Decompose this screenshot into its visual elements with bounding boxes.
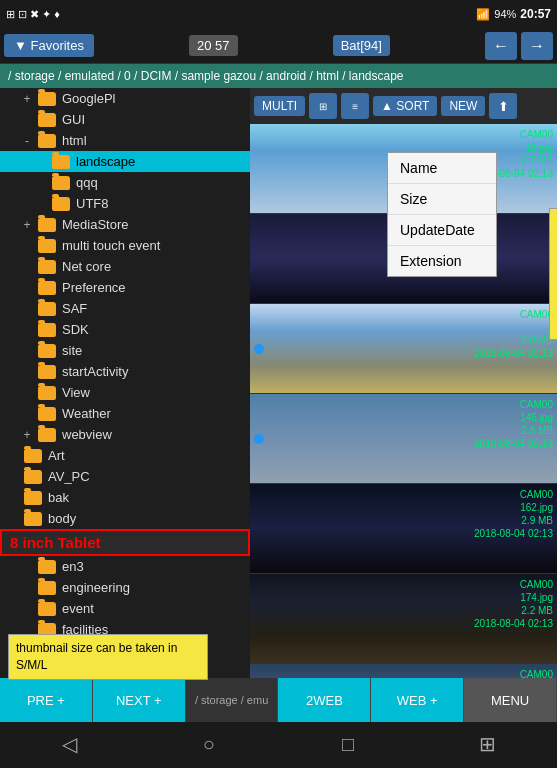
sort-option[interactable]: Name (388, 153, 496, 184)
2web-button[interactable]: 2WEB (278, 678, 371, 722)
tree-item-label: UTF8 (76, 196, 109, 211)
nav-left-button[interactable]: ← (485, 32, 517, 60)
tree-item[interactable]: +MediaStore (0, 214, 250, 235)
back-button[interactable]: ◁ (48, 722, 92, 766)
image-item[interactable]: CAM00162.jpg2.9 MB2018-08-04 02:13 (250, 484, 557, 574)
tree-item-label: SAF (62, 301, 87, 316)
tree-item[interactable]: Preference (0, 277, 250, 298)
folder-icon (38, 560, 56, 574)
image-item[interactable]: CAM00..3.0 MB2018-08-04 02:13 (250, 304, 557, 394)
tree-item[interactable]: bak (0, 487, 250, 508)
tree-item[interactable]: Weather (0, 403, 250, 424)
tree-item-label: site (62, 343, 82, 358)
bottom-nav: PRE + NEXT + / storage / emu 2WEB WEB + … (0, 678, 557, 722)
folder-icon (52, 155, 70, 169)
tree-item-label: engineering (62, 580, 130, 595)
battery-text: 94% (494, 8, 516, 20)
tree-item-label: html (62, 133, 87, 148)
tree-item[interactable]: 8 inch Tablet (0, 529, 250, 556)
nav-right-button[interactable]: → (521, 32, 553, 60)
tree-item[interactable]: GUI (0, 109, 250, 130)
tree-item-label: event (62, 601, 94, 616)
image-label: CAM00181.jpg2.8 MB2018-08-04 02:13 (474, 668, 553, 678)
next-button[interactable]: NEXT + (93, 678, 186, 722)
tree-item[interactable]: multi touch event (0, 235, 250, 256)
folder-icon (38, 281, 56, 295)
menu-button[interactable]: MENU (464, 678, 557, 722)
tree-item[interactable]: View (0, 382, 250, 403)
image-item[interactable]: CAM00181.jpg2.8 MB2018-08-04 02:13 (250, 664, 557, 678)
tree-item[interactable]: +GooglePl (0, 88, 250, 109)
expand-icon[interactable]: + (20, 92, 34, 106)
toolbar: ▼ Favorites 20 57 Bat[94] ← → (0, 28, 557, 64)
tree-item-label: AV_PC (48, 469, 90, 484)
image-item[interactable]: CAM00146.jpg2.8 MB2018-08-04 02:13 (250, 394, 557, 484)
tree-item[interactable]: +webview (0, 424, 250, 445)
folder-icon (38, 323, 56, 337)
folder-icon (38, 302, 56, 316)
tree-item[interactable]: AV_PC (0, 466, 250, 487)
image-label: CAM00..3.0 MB2018-08-04 02:13 (474, 308, 553, 360)
image-dot (254, 434, 264, 444)
nav-arrows: ← → (485, 32, 553, 60)
status-bar: ⊞ ⊡ ✖ ✦ ♦ 📶 94% 20:57 (0, 0, 557, 28)
image-item[interactable]: CAM00174.jpg2.2 MB2018-08-04 02:13 (250, 574, 557, 664)
tree-item[interactable]: Art (0, 445, 250, 466)
expand-icon[interactable]: + (20, 428, 34, 442)
sort-option[interactable]: Size (388, 184, 496, 215)
upload-button[interactable]: ⬆ (489, 93, 517, 119)
tree-item-label: Weather (62, 406, 111, 421)
folder-icon (52, 176, 70, 190)
tree-item[interactable]: landscape (0, 151, 250, 172)
tree-item-label: MediaStore (62, 217, 128, 232)
tree-item[interactable]: en3 (0, 556, 250, 577)
tree-item-label: 8 inch Tablet (10, 534, 101, 551)
tree-item-label: startActivity (62, 364, 128, 379)
count-badge: 20 57 (189, 35, 238, 56)
sort-option[interactable]: UpdateDate (388, 215, 496, 246)
file-tree[interactable]: +GooglePlGUI-htmllandscapeqqqUTF8+MediaS… (0, 88, 250, 678)
new-button[interactable]: NEW (441, 96, 485, 116)
folder-icon (38, 428, 56, 442)
tree-item-label: Art (48, 448, 65, 463)
folder-icon (38, 260, 56, 274)
tree-item[interactable]: event (0, 598, 250, 619)
home-button[interactable]: ○ (187, 722, 231, 766)
tree-item[interactable]: SAF (0, 298, 250, 319)
folder-icon (24, 449, 42, 463)
tree-item[interactable]: engineering (0, 577, 250, 598)
tree-item[interactable]: UTF8 (0, 193, 250, 214)
battery-badge: Bat[94] (333, 35, 390, 56)
web-button[interactable]: WEB + (371, 678, 464, 722)
list-view-button[interactable]: ≡ (341, 93, 369, 119)
grid-view-button[interactable]: ⊞ (309, 93, 337, 119)
favorites-button[interactable]: ▼ Favorites (4, 34, 94, 57)
pre-button[interactable]: PRE + (0, 678, 93, 722)
folder-icon (24, 512, 42, 526)
signal-icon: 📶 (476, 8, 490, 21)
multi-button[interactable]: MULTI (254, 96, 305, 116)
tree-item[interactable]: -html (0, 130, 250, 151)
thumbnail-tooltip-text: thumbnail size can be taken in S/M/L (16, 641, 177, 672)
folder-icon (38, 239, 56, 253)
tree-item[interactable]: SDK (0, 319, 250, 340)
expand-icon[interactable]: - (20, 134, 34, 148)
status-right: 📶 94% 20:57 (476, 7, 551, 21)
tree-item[interactable]: site (0, 340, 250, 361)
tree-item[interactable]: body (0, 508, 250, 529)
tree-item[interactable]: Net core (0, 256, 250, 277)
breadcrumb: / storage / emulated / 0 / DCIM / sample… (0, 64, 557, 88)
image-label: CAM00162.jpg2.9 MB2018-08-04 02:13 (474, 488, 553, 540)
tree-item-label: webview (62, 427, 112, 442)
expand-icon[interactable]: + (20, 218, 34, 232)
sort-button[interactable]: ▲ SORT (373, 96, 437, 116)
main-content: +GooglePlGUI-htmllandscapeqqqUTF8+MediaS… (0, 88, 557, 678)
recent-button[interactable]: □ (326, 722, 370, 766)
folder-icon (52, 197, 70, 211)
android-nav: ◁ ○ □ ⊞ (0, 722, 557, 766)
tree-item-label: body (48, 511, 76, 526)
tree-item[interactable]: qqq (0, 172, 250, 193)
sort-option[interactable]: Extension (388, 246, 496, 276)
grid-button[interactable]: ⊞ (465, 722, 509, 766)
tree-item[interactable]: startActivity (0, 361, 250, 382)
